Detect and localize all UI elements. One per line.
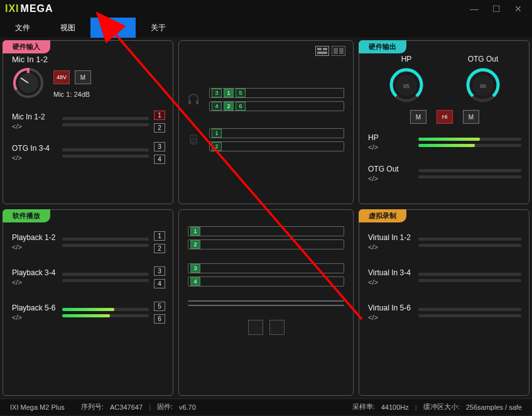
channel-num-button[interactable]: 3 <box>154 142 165 151</box>
channel-num-button[interactable]: 3 <box>154 266 165 276</box>
mic-gain-readout: Mic 1: 24dB <box>53 90 91 98</box>
window-minimize[interactable]: — <box>470 4 479 14</box>
route-cell[interactable]: 3 <box>212 89 222 97</box>
route-box[interactable]: 1 <box>188 226 344 236</box>
level-meter <box>62 148 149 151</box>
level-meter <box>418 175 521 178</box>
route-cell[interactable]: 1 <box>224 89 234 97</box>
level-meter <box>62 155 149 158</box>
window-close[interactable]: ✕ <box>514 4 522 14</box>
status-device: IXI Mega M2 Plus <box>10 403 65 411</box>
channel-name: Virtual In 1-2 <box>368 233 418 242</box>
channel-num-button[interactable]: 2 <box>154 244 165 253</box>
route-cell[interactable]: 2 <box>224 102 234 111</box>
channel-num-button[interactable]: 4 <box>154 155 165 164</box>
route-box[interactable] <box>188 305 344 306</box>
channel-num-button[interactable]: 4 <box>154 279 165 288</box>
hp-mute-button[interactable]: M <box>410 110 426 124</box>
route-cell[interactable]: 4 <box>212 102 222 111</box>
routing-row-virtual-56 <box>188 300 344 306</box>
svg-rect-3 <box>317 48 322 50</box>
status-sr: 44100Hz <box>381 403 409 411</box>
level-meter <box>418 238 521 241</box>
level-meter <box>62 244 149 247</box>
channel-name: Virtual In 5-6 <box>368 304 418 312</box>
channel-name: Playback 1-2 <box>12 233 62 242</box>
panel-hardware-input: 硬件输入 Mic In 1-2 48V M Mic 1: 24dB <box>3 40 173 204</box>
channel-sub: </> <box>368 175 418 182</box>
channel-num-button[interactable]: 1 <box>154 231 165 241</box>
hp-output-label: HP <box>401 55 412 63</box>
route-cell[interactable]: 2 <box>190 240 200 249</box>
menu-file[interactable]: 文件 <box>0 18 45 38</box>
routing-row-virtual-12: 1 2 <box>188 226 344 249</box>
panel-routing-top: 3 1 5 4 2 6 <box>178 40 354 204</box>
mute-button[interactable]: M <box>75 70 91 84</box>
route-cell[interactable]: 6 <box>236 102 246 111</box>
phantom-48v-button[interactable]: 48V <box>53 70 70 84</box>
channel-sub: </> <box>12 154 62 161</box>
menubar: 文件 视图 设置 关于 <box>0 18 532 38</box>
channel-num-button[interactable]: 5 <box>154 302 165 311</box>
panel-hardware-output: 硬件输出 HP 95 OTG Out 96 <box>359 40 529 204</box>
otg-output-label: OTG Out <box>468 55 499 63</box>
panel-routing-bottom: 1 2 3 4 <box>178 209 354 396</box>
otg-volume-dial[interactable]: 96 <box>465 67 501 104</box>
level-meter <box>62 314 149 317</box>
level-meter <box>418 138 521 141</box>
channel-row-otg-out: OTG Out </> <box>368 161 521 185</box>
mic-in-label: Mic In 1-2 <box>12 55 165 64</box>
route-cell[interactable]: 5 <box>236 89 246 97</box>
menu-about[interactable]: 关于 <box>136 18 181 38</box>
menu-settings[interactable]: 设置 <box>90 18 136 38</box>
route-box[interactable]: 1 <box>209 128 344 138</box>
route-cell[interactable]: 1 <box>212 129 222 138</box>
route-box[interactable]: 2 <box>209 141 344 151</box>
channel-name: Playback 3-4 <box>12 268 62 277</box>
otg-mute-button[interactable]: M <box>463 110 479 124</box>
route-cell[interactable]: 4 <box>190 277 200 286</box>
channel-num-button[interactable]: 1 <box>154 111 165 120</box>
menu-view[interactable]: 视图 <box>45 18 90 38</box>
routing-option-a[interactable] <box>248 320 263 335</box>
svg-rect-5 <box>317 52 327 54</box>
window-maximize[interactable]: ☐ <box>492 4 501 14</box>
route-box[interactable] <box>188 300 344 302</box>
status-sr-label: 采样率: <box>352 402 375 412</box>
hp-volume-dial[interactable]: 95 <box>388 67 425 104</box>
view-mode-b[interactable] <box>332 46 345 56</box>
route-box[interactable]: 4 <box>188 276 344 287</box>
hi-button[interactable]: Hi <box>437 110 453 124</box>
statusbar: IXI Mega M2 Plus 序列号: AC347647 | 固件: v6.… <box>0 398 532 415</box>
channel-row-virtual-12: Virtual In 1-2 </> <box>368 230 521 254</box>
channel-num-button[interactable]: 2 <box>154 123 165 133</box>
svg-point-11 <box>192 139 195 143</box>
route-cell[interactable]: 1 <box>190 227 200 236</box>
view-mode-a[interactable] <box>315 46 329 56</box>
level-meter <box>418 308 521 311</box>
route-box[interactable]: 3 1 5 <box>209 88 344 98</box>
mic-gain-knob[interactable] <box>12 67 45 99</box>
route-cell[interactable]: 2 <box>212 142 222 151</box>
svg-rect-7 <box>339 48 344 54</box>
channel-num-button[interactable]: 6 <box>154 314 165 324</box>
route-box[interactable]: 3 <box>188 263 344 273</box>
routing-row-headphones: 3 1 5 4 2 6 <box>185 85 344 114</box>
status-buf-label: 缓冲区大小: <box>423 402 460 412</box>
panel-title-hw-in: 硬件输入 <box>3 40 50 53</box>
channel-name: Mic In 1-2 <box>12 112 62 121</box>
level-meter <box>418 144 521 147</box>
channel-sub: </> <box>12 314 62 321</box>
status-fw: v6.70 <box>179 403 196 411</box>
channel-sub: </> <box>368 243 418 251</box>
routing-option-b[interactable] <box>269 320 285 335</box>
routing-row-virtual-34: 3 4 <box>188 263 344 287</box>
level-meter <box>418 314 521 317</box>
route-box[interactable]: 4 2 6 <box>209 101 344 111</box>
svg-rect-6 <box>334 48 338 54</box>
status-serial-label: 序列号: <box>81 402 104 412</box>
channel-row-playback-12: Playback 1-2 </> 1 2 <box>12 230 165 254</box>
channel-sub: </> <box>12 243 62 251</box>
route-box[interactable]: 2 <box>188 239 344 249</box>
route-cell[interactable]: 3 <box>190 264 200 273</box>
